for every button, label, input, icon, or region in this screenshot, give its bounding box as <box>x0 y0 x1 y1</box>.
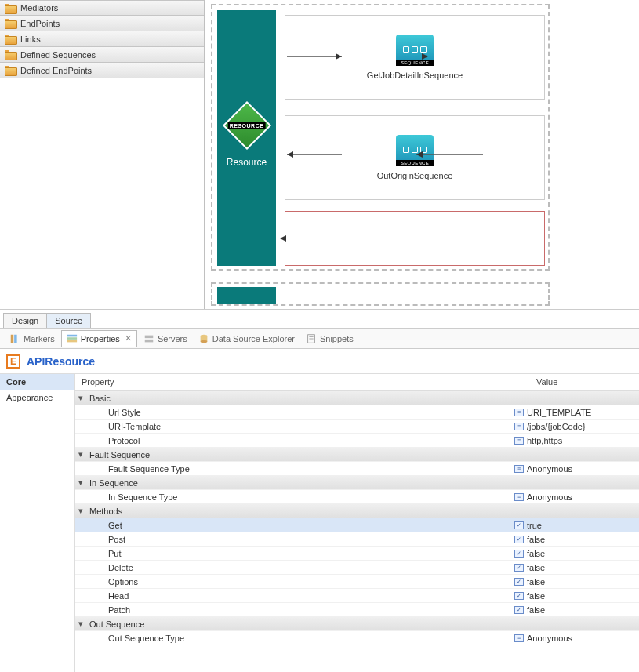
value-type-icon: ≡ <box>514 409 524 416</box>
sequence-icon: SEQUENCE <box>396 135 434 166</box>
section-fault-sequence[interactable]: ▾ Fault Sequence <box>75 448 639 462</box>
value-type-icon: ✓ <box>514 550 524 558</box>
palette-item-mediators[interactable]: Mediators <box>0 0 204 16</box>
chevron-down-icon[interactable]: ▾ <box>75 619 86 629</box>
out-sequence-box[interactable]: SEQUENCE OutOriginSequence <box>285 115 545 200</box>
value-type-icon: ≡ <box>514 437 524 445</box>
properties-header: E APIResource <box>0 349 639 374</box>
servers-icon <box>143 333 154 344</box>
chevron-down-icon[interactable]: ▾ <box>75 449 86 460</box>
palette-item-endpoints[interactable]: EndPoints <box>0 16 204 31</box>
resource-label: Resource <box>227 157 267 168</box>
folder-icon <box>5 19 16 27</box>
chevron-down-icon[interactable]: ▾ <box>75 478 86 488</box>
svg-rect-14 <box>145 339 154 342</box>
category-appearance[interactable]: Appearance <box>0 390 74 405</box>
folder-icon <box>5 4 16 13</box>
value-type-icon: ✓ <box>514 536 524 543</box>
resource-node[interactable]: RESOURCE Resource <box>217 10 276 266</box>
value-type-icon: ✓ <box>514 606 524 614</box>
value-type-icon: ≡ <box>514 423 524 430</box>
database-icon <box>198 333 209 344</box>
tab-source[interactable]: Source <box>46 313 91 328</box>
properties-table-header: Property Value <box>75 374 639 391</box>
section-in-sequence[interactable]: ▾ In Sequence <box>75 476 639 490</box>
property-row-head[interactable]: Head ✓false <box>75 589 639 603</box>
palette-item-label: Mediators <box>20 3 58 13</box>
value-type-icon: ✓ <box>514 521 524 529</box>
property-row-put[interactable]: Put ✓false <box>75 547 639 561</box>
resource-icon: RESOURCE <box>222 101 270 150</box>
palette-sidebar: Mediators EndPoints Links Defined Sequen… <box>0 0 205 309</box>
section-basic[interactable]: ▾ Basic <box>75 391 639 405</box>
folder-icon <box>5 50 16 59</box>
property-row-url-style[interactable]: Url Style ≡URI_TEMPLATE <box>75 405 639 420</box>
section-out-sequence[interactable]: ▾ Out Sequence <box>75 617 639 631</box>
in-sequence-caption: GetJobDetailInSequence <box>367 71 463 80</box>
property-row-post[interactable]: Post ✓false <box>75 532 639 547</box>
editor-tabs: Design Source <box>0 310 639 329</box>
category-core[interactable]: Core <box>0 374 74 390</box>
bottom-view-tabs: Markers Properties ✕ Servers Data Source… <box>0 329 639 349</box>
out-sequence-caption: OutOriginSequence <box>377 171 453 180</box>
property-row-out-sequence-type[interactable]: Out Sequence Type ≡Anonymous <box>75 631 639 645</box>
property-row-in-sequence-type[interactable]: In Sequence Type ≡Anonymous <box>75 490 639 504</box>
column-value[interactable]: Value <box>530 374 639 390</box>
markers-icon <box>9 333 20 344</box>
tab-markers[interactable]: Markers <box>5 331 60 347</box>
folder-icon <box>5 66 16 74</box>
value-type-icon: ≡ <box>514 493 524 501</box>
properties-title: APIResource <box>27 355 95 368</box>
palette-item-links[interactable]: Links <box>0 31 204 47</box>
palette-item-label: EndPoints <box>20 19 60 28</box>
svg-rect-9 <box>14 334 17 343</box>
section-methods[interactable]: ▾ Methods <box>75 504 639 518</box>
property-row-get[interactable]: Get ✓true <box>75 518 639 532</box>
palette-item-label: Defined EndPoints <box>20 66 92 75</box>
api-resource-icon: E <box>6 354 20 369</box>
svg-rect-11 <box>67 337 77 340</box>
value-type-icon: ≡ <box>514 465 524 473</box>
folder-icon <box>5 35 16 43</box>
chevron-down-icon[interactable]: ▾ <box>75 393 86 403</box>
value-type-icon: ✓ <box>514 564 524 572</box>
tab-data-source-explorer[interactable]: Data Source Explorer <box>194 331 300 347</box>
property-row-patch[interactable]: Patch ✓false <box>75 603 639 617</box>
close-icon[interactable]: ✕ <box>125 333 132 343</box>
chevron-down-icon[interactable]: ▾ <box>75 506 86 516</box>
property-row-options[interactable]: Options ✓false <box>75 575 639 589</box>
properties-table: Property Value ▾ Basic Url Style ≡URI_TE… <box>75 374 639 672</box>
tab-servers[interactable]: Servers <box>139 331 192 347</box>
property-row-delete[interactable]: Delete ✓false <box>75 561 639 575</box>
properties-icon <box>67 333 78 344</box>
palette-item-defined-sequences[interactable]: Defined Sequences <box>0 47 204 63</box>
svg-rect-8 <box>11 334 14 343</box>
property-row-protocol[interactable]: Protocol ≡http,https <box>75 434 639 448</box>
value-type-icon: ✓ <box>514 592 524 600</box>
tab-design[interactable]: Design <box>3 313 47 328</box>
sequence-icon: SEQUENCE <box>396 35 434 66</box>
column-property[interactable]: Property <box>75 374 530 390</box>
palette-item-label: Defined Sequences <box>20 50 96 60</box>
resource-container[interactable]: RESOURCE Resource SEQUENCE GetJobDetailI… <box>211 4 550 271</box>
tab-properties[interactable]: Properties ✕ <box>61 330 137 347</box>
value-type-icon: ✓ <box>514 578 524 586</box>
svg-rect-13 <box>145 335 154 338</box>
palette-item-defined-endpoints[interactable]: Defined EndPoints <box>0 63 204 78</box>
property-row-uri-template[interactable]: URI-Template ≡/jobs/{jobCode} <box>75 420 639 434</box>
design-canvas[interactable]: RESOURCE Resource SEQUENCE GetJobDetailI… <box>205 0 639 309</box>
property-row-fault-sequence-type[interactable]: Fault Sequence Type ≡Anonymous <box>75 462 639 476</box>
in-sequence-box[interactable]: SEQUENCE GetJobDetailInSequence <box>285 15 545 100</box>
resource-node-collapsed[interactable] <box>217 287 276 304</box>
svg-rect-10 <box>67 334 77 336</box>
snippets-icon <box>306 333 317 344</box>
properties-categories: Core Appearance <box>0 374 75 672</box>
value-type-icon: ≡ <box>514 634 524 642</box>
resource-container-collapsed[interactable] <box>211 282 550 306</box>
tab-snippets[interactable]: Snippets <box>301 331 358 347</box>
svg-point-17 <box>200 340 207 343</box>
palette-item-label: Links <box>20 35 41 44</box>
svg-rect-12 <box>67 340 77 342</box>
fault-sequence-box[interactable] <box>285 211 545 266</box>
